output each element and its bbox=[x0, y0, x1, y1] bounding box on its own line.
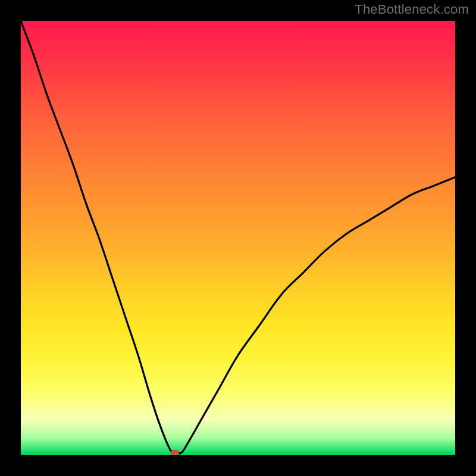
optimal-point-marker bbox=[171, 450, 179, 455]
plot-area bbox=[21, 21, 455, 455]
watermark-text: TheBottleneck.com bbox=[355, 2, 469, 17]
curve-layer bbox=[21, 21, 455, 455]
chart-stage: TheBottleneck.com bbox=[0, 0, 476, 476]
bottleneck-curve-path bbox=[21, 21, 455, 454]
